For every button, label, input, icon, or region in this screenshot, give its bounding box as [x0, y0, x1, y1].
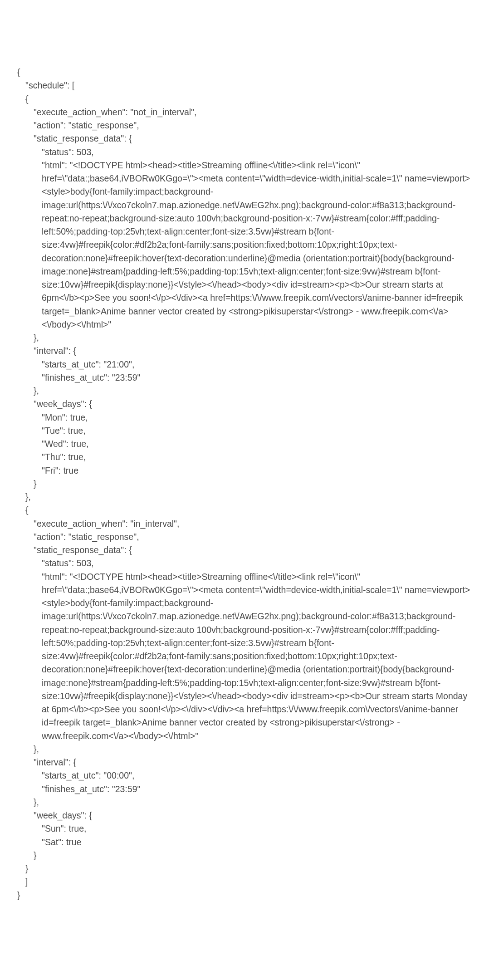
code-line: { — [17, 93, 477, 106]
code-line: ] — [17, 875, 477, 888]
code-line: } — [17, 889, 477, 902]
code-line: "static_response_data": { — [17, 132, 477, 145]
code-line: "action": "static_response", — [17, 530, 477, 544]
code-line: "html": "<!DOCTYPE html><head><title>Str… — [17, 570, 477, 743]
code-line: }, — [17, 490, 477, 504]
json-code-block: {"schedule": [{"execute_action_when": "n… — [17, 66, 477, 902]
code-line: "schedule": [ — [17, 79, 477, 92]
code-line: } — [17, 849, 477, 862]
code-line: "starts_at_utc": "21:00", — [17, 358, 477, 371]
code-line: "execute_action_when": "in_interval", — [17, 517, 477, 530]
code-line: "status": 503, — [17, 557, 477, 570]
code-line: "Sun": true, — [17, 822, 477, 835]
code-line: "finishes_at_utc": "23:59" — [17, 371, 477, 384]
code-line: "finishes_at_utc": "23:59" — [17, 783, 477, 796]
code-line: }, — [17, 743, 477, 756]
code-line: "interval": { — [17, 756, 477, 769]
code-line: "interval": { — [17, 344, 477, 358]
code-line: "execute_action_when": "not_in_interval"… — [17, 106, 477, 119]
code-line: "html": "<!DOCTYPE html><head><title>Str… — [17, 159, 477, 331]
code-line: { — [17, 504, 477, 517]
code-line: { — [17, 66, 477, 79]
code-line: }, — [17, 796, 477, 809]
code-line: "Thu": true, — [17, 451, 477, 464]
code-line: } — [17, 862, 477, 875]
code-line: "Tue": true, — [17, 424, 477, 437]
code-line: "week_days": { — [17, 397, 477, 411]
code-line: "Wed": true, — [17, 437, 477, 451]
code-line: "status": 503, — [17, 146, 477, 159]
code-line: }, — [17, 384, 477, 397]
code-line: } — [17, 477, 477, 490]
code-line: "starts_at_utc": "00:00", — [17, 769, 477, 782]
code-line: }, — [17, 331, 477, 344]
code-line: "week_days": { — [17, 809, 477, 822]
code-line: "static_response_data": { — [17, 544, 477, 557]
code-line: "action": "static_response", — [17, 119, 477, 132]
code-line: "Sat": true — [17, 836, 477, 849]
code-line: "Fri": true — [17, 464, 477, 477]
code-line: "Mon": true, — [17, 411, 477, 424]
